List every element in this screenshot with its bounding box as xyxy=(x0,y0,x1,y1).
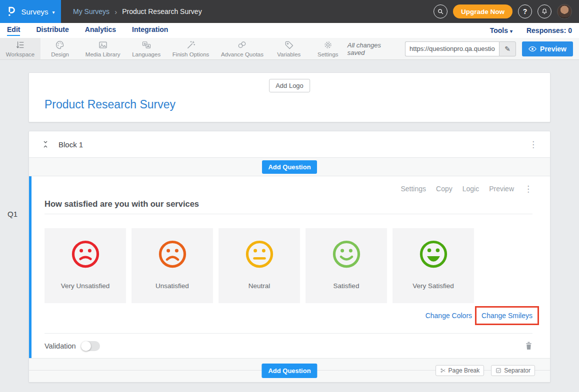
save-status: All changes saved xyxy=(348,41,399,56)
block-title[interactable]: Block 1 xyxy=(58,140,83,149)
change-colors-link[interactable]: Change Colors xyxy=(426,312,472,320)
question-preview-link[interactable]: Preview xyxy=(489,185,514,193)
scissors-icon xyxy=(440,368,446,374)
tab-distribute[interactable]: Distribute xyxy=(36,25,68,36)
search-icon xyxy=(437,8,444,15)
survey-title[interactable]: Product Research Survey xyxy=(44,98,550,111)
wand-icon xyxy=(186,40,196,50)
option-unsatisfied[interactable]: Unsatisfied xyxy=(132,228,213,303)
breadcrumb-my-surveys[interactable]: My Surveys xyxy=(73,7,110,15)
validation-label: Validation xyxy=(44,342,76,350)
question-menu-button[interactable]: ⋮ xyxy=(524,185,532,193)
tool-advance-quotas[interactable]: Advance Quotas xyxy=(215,38,270,59)
question-logic-link[interactable]: Logic xyxy=(462,185,479,193)
question-actions: Settings Copy Logic Preview ⋮ xyxy=(44,184,532,193)
change-smileys-link[interactable]: Change Smileys xyxy=(482,312,532,320)
help-button[interactable]: ? xyxy=(518,4,532,18)
add-logo-button[interactable]: Add Logo xyxy=(269,79,310,92)
option-very-unsatisfied[interactable]: Very Unsatisfied xyxy=(44,228,126,303)
responses-count[interactable]: Responses: 0 xyxy=(526,26,572,34)
palette-icon xyxy=(55,40,65,50)
tool-workspace[interactable]: Workspace xyxy=(0,38,40,59)
block-header: Block 1 ⋮ xyxy=(29,131,550,158)
checkbox-checked-icon xyxy=(496,368,502,374)
tool-design[interactable]: Design xyxy=(40,38,80,59)
tools-menu[interactable]: Tools ▾ xyxy=(490,26,512,34)
option-satisfied[interactable]: Satisfied xyxy=(306,228,387,303)
tab-edit[interactable]: Edit xyxy=(7,25,20,36)
editor-toolbar: Workspace Design Media Library Languages… xyxy=(0,38,579,60)
question-copy-link[interactable]: Copy xyxy=(436,185,452,193)
question-card: Settings Copy Logic Preview ⋮ How satisf… xyxy=(29,176,550,358)
questionpro-logo-icon xyxy=(6,6,17,17)
product-label: Surveys xyxy=(21,7,48,16)
toolbar-right: All changes saved ✎ Preview xyxy=(348,38,579,59)
tool-languages[interactable]: Languages xyxy=(126,38,166,59)
preview-button[interactable]: Preview xyxy=(522,41,573,56)
add-question-row-top: Add Question xyxy=(29,158,550,176)
neutral-smiley-icon xyxy=(244,239,275,270)
tab-integration[interactable]: Integration xyxy=(132,25,168,36)
nav-right: Tools ▾ Responses: 0 xyxy=(490,26,572,34)
page-break-button[interactable]: Page Break xyxy=(436,365,484,376)
block-card: Block 1 ⋮ Add Question Settings Copy Log… xyxy=(28,131,550,383)
kebab-menu-icon: ⋮ xyxy=(529,140,538,149)
notifications-button[interactable] xyxy=(538,4,552,18)
annotation-highlight-box: Change Smileys xyxy=(475,306,539,325)
top-header: Surveys ▾ My Surveys › Product Research … xyxy=(0,0,579,23)
block-footer: Add Question Page Break Separator xyxy=(29,358,550,382)
kebab-menu-icon: ⋮ xyxy=(524,184,532,194)
smiley-options: Very Unsatisfied Unsatisfied xyxy=(44,228,532,303)
question-settings-link[interactable]: Settings xyxy=(400,185,426,193)
satisfied-smiley-icon xyxy=(331,239,362,270)
tool-media-library[interactable]: Media Library xyxy=(80,38,126,59)
very-satisfied-smiley-icon xyxy=(418,239,449,270)
option-neutral[interactable]: Neutral xyxy=(218,228,300,303)
question-number-label: Q1 xyxy=(8,210,18,218)
caret-down-icon: ▾ xyxy=(52,9,55,15)
tab-analytics[interactable]: Analytics xyxy=(85,25,116,36)
tool-variables[interactable]: Variables xyxy=(270,38,308,59)
survey-nav: Edit Distribute Analytics Integration To… xyxy=(0,23,579,38)
question-divider xyxy=(44,214,532,214)
collapse-block-button[interactable] xyxy=(42,139,50,149)
search-button[interactable] xyxy=(434,4,448,18)
validation-row: Validation xyxy=(44,333,532,358)
survey-url-input[interactable] xyxy=(405,41,499,56)
very-unsatisfied-smiley-icon xyxy=(70,239,101,270)
product-switcher[interactable]: Surveys ▾ xyxy=(0,0,61,23)
block-menu-button[interactable]: ⋮ xyxy=(529,140,538,149)
header-actions: Upgrade Now ? xyxy=(434,4,579,19)
tool-finish-options[interactable]: Finish Options xyxy=(166,38,215,59)
add-question-button-top[interactable]: Add Question xyxy=(262,160,316,174)
gear-icon xyxy=(323,40,333,50)
trash-icon xyxy=(525,342,532,350)
breadcrumb: My Surveys › Product Research Survey xyxy=(73,7,202,16)
workspace-icon xyxy=(16,40,26,50)
option-label: Neutral xyxy=(248,282,270,290)
option-label: Very Satisfied xyxy=(412,282,454,290)
question-text[interactable]: How satisfied are you with our services xyxy=(44,199,532,209)
eye-icon xyxy=(528,46,536,52)
survey-header-card: Add Logo Product Research Survey xyxy=(28,72,550,122)
pencil-icon: ✎ xyxy=(504,45,510,53)
option-label: Satisfied xyxy=(334,282,360,290)
collapse-vertical-icon xyxy=(42,139,50,149)
caret-down-icon: ▾ xyxy=(510,28,512,34)
add-question-button-bottom[interactable]: Add Question xyxy=(262,364,317,378)
delete-question-button[interactable] xyxy=(525,342,532,350)
toggle-knob xyxy=(81,341,91,351)
edit-url-button[interactable]: ✎ xyxy=(499,41,516,56)
chain-links-icon xyxy=(237,40,247,50)
validation-toggle[interactable] xyxy=(81,341,100,351)
separator-button[interactable]: Separator xyxy=(491,365,535,376)
question-mark-icon: ? xyxy=(523,7,528,15)
option-label: Unsatisfied xyxy=(156,282,189,290)
unsatisfied-smiley-icon xyxy=(157,239,188,270)
user-avatar[interactable] xyxy=(557,4,572,19)
footer-tools: Page Break Separator xyxy=(436,365,535,376)
tool-settings[interactable]: Settings xyxy=(308,38,348,59)
option-very-satisfied[interactable]: Very Satisfied xyxy=(392,228,474,303)
upgrade-now-button[interactable]: Upgrade Now xyxy=(453,4,512,18)
survey-url-group: ✎ xyxy=(405,41,516,56)
